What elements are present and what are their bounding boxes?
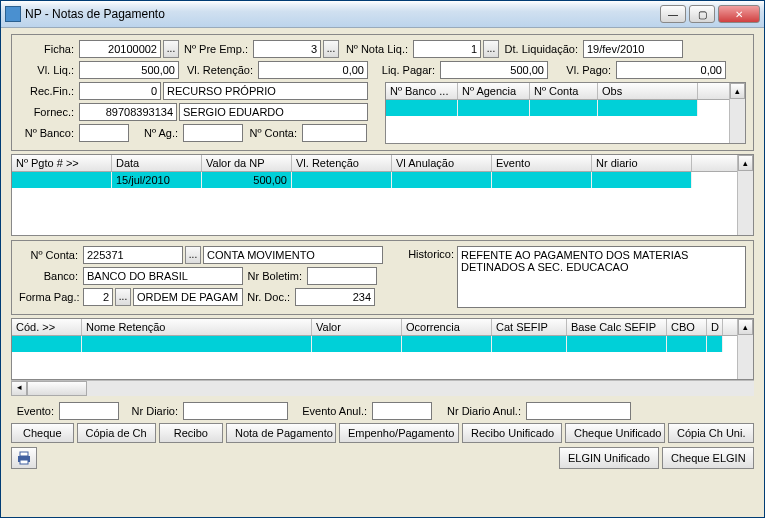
recfin-label: Rec.Fin.: xyxy=(19,85,77,97)
retencao-grid[interactable]: Cód. >> Nome Retenção Valor Ocorrencia C… xyxy=(11,318,754,380)
pgto-col-anul[interactable]: Vl Anulação xyxy=(392,155,492,171)
recibo-button[interactable]: Recibo xyxy=(159,423,223,443)
evento-input[interactable] xyxy=(59,402,119,420)
nconta-input[interactable] xyxy=(302,124,367,142)
ret-row[interactable] xyxy=(12,336,753,352)
mid-nconta-input[interactable] xyxy=(83,246,183,264)
ret-col-cbo[interactable]: CBO xyxy=(667,319,707,335)
pgto-col-valor[interactable]: Valor da NP xyxy=(202,155,292,171)
recibo-unificado-button[interactable]: Recibo Unificado xyxy=(462,423,562,443)
pgto-col-evento[interactable]: Evento xyxy=(492,155,592,171)
nrdoc-label: Nr. Doc.: xyxy=(245,291,293,303)
ficha-label: Ficha: xyxy=(19,43,77,55)
forma-label: Forma Pag.: xyxy=(19,291,81,303)
ret-col-cod[interactable]: Cód. >> xyxy=(12,319,82,335)
forma-desc[interactable] xyxy=(133,288,243,306)
ret-col-valor[interactable]: Valor xyxy=(312,319,402,335)
pgto-col-ret[interactable]: Vl. Retenção xyxy=(292,155,392,171)
printer-icon-button[interactable] xyxy=(11,447,37,469)
pgto-col-npgto[interactable]: Nº Pgto # >> xyxy=(12,155,112,171)
nbanco-label: Nº Banco: xyxy=(19,127,77,139)
forma-input[interactable] xyxy=(83,288,113,306)
app-window: NP - Notas de Pagamento — ▢ ✕ Ficha: ...… xyxy=(0,0,765,518)
bank-col-obs[interactable]: Obs xyxy=(598,83,698,99)
maximize-button[interactable]: ▢ xyxy=(689,5,715,23)
nota-pagamento-button[interactable]: Nota de Pagamento xyxy=(226,423,336,443)
hist-label: Historico: xyxy=(407,246,457,309)
notaliq-label: Nº Nota Liq.: xyxy=(341,43,411,55)
elgin-unificado-button[interactable]: ELGIN Unificado xyxy=(559,447,659,469)
pgto-grid[interactable]: Nº Pgto # >> Data Valor da NP Vl. Retenç… xyxy=(11,154,754,236)
vlliq-input[interactable] xyxy=(79,61,179,79)
printer-icon xyxy=(16,451,32,465)
evanul-input[interactable] xyxy=(372,402,432,420)
pgto-col-data[interactable]: Data xyxy=(112,155,202,171)
ret-col-ocor[interactable]: Ocorrencia xyxy=(402,319,492,335)
forma-lookup-button[interactable]: ... xyxy=(115,288,131,306)
dtliq-label: Dt. Liquidação: xyxy=(501,43,581,55)
evento-label: Evento: xyxy=(11,405,57,417)
ret-col-catsefip[interactable]: Cat SEFIP xyxy=(492,319,567,335)
nrdanul-input[interactable] xyxy=(526,402,631,420)
ficha-lookup-button[interactable]: ... xyxy=(163,40,179,58)
vlret-input[interactable] xyxy=(258,61,368,79)
ficha-input[interactable] xyxy=(79,40,161,58)
preemp-input[interactable] xyxy=(253,40,321,58)
bank-col-agencia[interactable]: Nº Agencia xyxy=(458,83,530,99)
bank-vscroll[interactable]: ▴ xyxy=(729,83,745,143)
ret-col-base[interactable]: Base Calc SEFIP xyxy=(567,319,667,335)
pgto-col-diario[interactable]: Nr diario xyxy=(592,155,692,171)
notaliq-input[interactable] xyxy=(413,40,481,58)
nag-input[interactable] xyxy=(183,124,243,142)
pgto-vscroll[interactable]: ▴ xyxy=(737,155,753,235)
preemp-lookup-button[interactable]: ... xyxy=(323,40,339,58)
liqpag-input[interactable] xyxy=(440,61,548,79)
copia-ch-uni-button[interactable]: Cópia Ch Uni. xyxy=(668,423,754,443)
nrbol-input[interactable] xyxy=(307,267,377,285)
recfin-desc[interactable] xyxy=(163,82,368,100)
cheque-unificado-button[interactable]: Cheque Unificado xyxy=(565,423,665,443)
titlebar: NP - Notas de Pagamento — ▢ ✕ xyxy=(1,1,764,28)
ret-vscroll[interactable]: ▴ xyxy=(737,319,753,379)
ret-col-nome[interactable]: Nome Retenção xyxy=(82,319,312,335)
pgto-row[interactable]: 15/jul/2010 500,00 xyxy=(12,172,753,188)
window-title: NP - Notas de Pagamento xyxy=(25,7,657,21)
nrdoc-input[interactable] xyxy=(295,288,375,306)
bank-col-banco[interactable]: Nº Banco ... xyxy=(386,83,458,99)
nbanco-input[interactable] xyxy=(79,124,129,142)
nrdanul-label: Nr Diario Anul.: xyxy=(434,405,524,417)
mid-banco-input[interactable] xyxy=(83,267,243,285)
evanul-label: Evento Anul.: xyxy=(290,405,370,417)
vlret-label: Vl. Retenção: xyxy=(181,64,256,76)
minimize-button[interactable]: — xyxy=(660,5,686,23)
copia-ch-button[interactable]: Cópia de Ch xyxy=(77,423,156,443)
ret-hscroll[interactable]: ◂ xyxy=(11,380,754,396)
mid-nconta-desc[interactable] xyxy=(203,246,383,264)
dtliq-input[interactable] xyxy=(583,40,683,58)
close-button[interactable]: ✕ xyxy=(718,5,760,23)
cheque-button[interactable]: Cheque xyxy=(11,423,74,443)
mid-nconta-label: Nº Conta: xyxy=(19,249,81,261)
ret-col-d[interactable]: D xyxy=(707,319,723,335)
nrbol-label: Nr Boletim: xyxy=(245,270,305,282)
svg-rect-2 xyxy=(20,460,28,464)
nrdiario-input[interactable] xyxy=(183,402,288,420)
nconta-label: Nº Conta: xyxy=(245,127,300,139)
nrdiario-label: Nr Diario: xyxy=(121,405,181,417)
recfin-input[interactable] xyxy=(79,82,161,100)
vlpago-input[interactable] xyxy=(616,61,726,79)
notaliq-lookup-button[interactable]: ... xyxy=(483,40,499,58)
fornec-desc[interactable] xyxy=(179,103,368,121)
historico-textarea[interactable] xyxy=(457,246,746,308)
mid-banco-label: Banco: xyxy=(19,270,81,282)
preemp-label: Nº Pre Emp.: xyxy=(181,43,251,55)
fornec-label: Fornec.: xyxy=(19,106,77,118)
bank-col-conta[interactable]: Nº Conta xyxy=(530,83,598,99)
bank-grid[interactable]: Nº Banco ... Nº Agencia Nº Conta Obs xyxy=(385,82,746,144)
empenho-pagamento-button[interactable]: Empenho/Pagamento xyxy=(339,423,459,443)
fornec-input[interactable] xyxy=(79,103,177,121)
vlpago-label: Vl. Pago: xyxy=(550,64,614,76)
cheque-elgin-button[interactable]: Cheque ELGIN xyxy=(662,447,754,469)
nconta-lookup-button[interactable]: ... xyxy=(185,246,201,264)
bank-row[interactable] xyxy=(386,100,745,116)
